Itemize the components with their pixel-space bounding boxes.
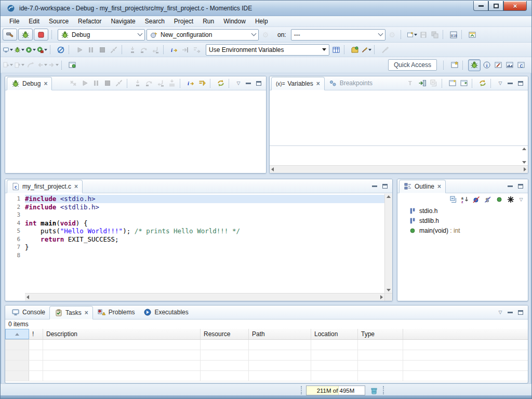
- minimize-view-icon[interactable]: [372, 185, 377, 187]
- menu-run[interactable]: Run: [198, 17, 219, 26]
- profile-green-icon[interactable]: [37, 45, 47, 55]
- memory-perspective-icon[interactable]: [504, 60, 515, 70]
- next-annotation-icon[interactable]: [3, 60, 13, 70]
- tab-breakpoints[interactable]: Breakpoints: [325, 76, 377, 90]
- instruction-stepping-icon[interactable]: i: [169, 45, 179, 55]
- menu-search[interactable]: Search: [140, 17, 169, 26]
- binary-editor-icon[interactable]: 010: [448, 30, 459, 39]
- terminate-red-icon[interactable]: [34, 29, 48, 41]
- hide-inactive-icon[interactable]: [506, 195, 516, 205]
- editor-vscrollbar[interactable]: [384, 194, 392, 293]
- variables-hscrollbar[interactable]: [270, 165, 528, 173]
- console-window-icon[interactable]: [3, 45, 13, 55]
- column-header-sort[interactable]: [5, 329, 29, 339]
- table-row[interactable]: [5, 371, 528, 381]
- remove-terminated-icon[interactable]: [68, 78, 78, 88]
- suspend-icon[interactable]: [86, 45, 96, 55]
- column-header-type[interactable]: Type: [358, 329, 403, 339]
- last-edit-icon[interactable]: [25, 60, 36, 70]
- close-button[interactable]: ×: [503, 1, 527, 11]
- minimize-view-icon[interactable]: [508, 312, 513, 313]
- skip-breakpoints-icon[interactable]: [56, 45, 66, 55]
- close-tab-icon[interactable]: ×: [85, 309, 88, 316]
- instruction-stepping-icon[interactable]: i: [185, 78, 196, 88]
- step-over-icon[interactable]: [144, 78, 154, 88]
- table-row[interactable]: [5, 361, 528, 371]
- quick-access-field[interactable]: Quick Access: [388, 59, 437, 71]
- run-green-icon[interactable]: [25, 45, 36, 55]
- debug-view-content[interactable]: [5, 91, 266, 173]
- add-globals-icon[interactable]: [417, 78, 428, 88]
- tab-executables[interactable]: Executables: [139, 305, 192, 319]
- step-into-icon[interactable]: [127, 45, 138, 55]
- open-perspective-icon[interactable]: [449, 60, 460, 70]
- move-to-line-icon[interactable]: [180, 45, 191, 55]
- terminate-icon[interactable]: [102, 78, 113, 88]
- step-filters-icon[interactable]: [197, 78, 207, 88]
- resume-at-line-icon[interactable]: [192, 45, 202, 55]
- table-row[interactable]: [5, 340, 528, 350]
- search-brush-icon[interactable]: [361, 45, 371, 55]
- maximize-view-icon[interactable]: [518, 81, 523, 86]
- minimize-view-icon[interactable]: [508, 185, 513, 187]
- resume-icon[interactable]: [79, 78, 90, 88]
- code-editor[interactable]: 1#include <stdio.h>2#include <stdlib.h>3…: [5, 194, 384, 293]
- variables-tree[interactable]: [270, 91, 528, 145]
- code-line-7[interactable]: 7}: [5, 243, 384, 251]
- maximize-button[interactable]: [488, 1, 503, 11]
- minimize-button[interactable]: [473, 1, 488, 11]
- maximize-view-icon[interactable]: [256, 81, 261, 86]
- run-garbage-collector-button[interactable]: [368, 385, 380, 395]
- maximize-view-icon[interactable]: [518, 310, 523, 315]
- maximize-view-icon[interactable]: [518, 184, 523, 189]
- pin-view-icon[interactable]: [459, 78, 469, 88]
- scroll-right-icon[interactable]: [380, 295, 383, 299]
- menu-navigate[interactable]: Navigate: [106, 17, 140, 26]
- table-view-icon[interactable]: [331, 45, 341, 55]
- view-menu-icon[interactable]: ▽: [496, 81, 504, 86]
- close-tab-icon[interactable]: ×: [316, 80, 320, 87]
- tab-outline[interactable]: Outline ×: [399, 180, 446, 193]
- close-tab-icon[interactable]: ×: [437, 183, 441, 190]
- menu-edit[interactable]: Edit: [24, 17, 44, 26]
- column-header-resource[interactable]: Resource: [201, 329, 249, 339]
- drop-to-frame-icon[interactable]: [167, 78, 177, 88]
- menu-source[interactable]: Source: [44, 17, 73, 26]
- minimize-view-icon[interactable]: [246, 83, 251, 84]
- maximize-view-icon[interactable]: [382, 184, 388, 189]
- build-hammer-icon[interactable]: [3, 29, 17, 41]
- editor-hscrollbar[interactable]: [25, 293, 384, 301]
- step-over-icon[interactable]: [139, 45, 149, 55]
- format-icon[interactable]: [380, 45, 390, 55]
- scroll-down-icon[interactable]: [522, 161, 526, 164]
- show-type-names-icon[interactable]: T: [406, 78, 416, 88]
- view-menu-icon[interactable]: ▽: [234, 81, 243, 86]
- title-bar[interactable]: ide-7.0-workspace - Debug - my_first_pro…: [1, 1, 531, 16]
- outline-item-stdlib-h[interactable]: stdlib.h: [397, 216, 528, 225]
- debug-bug-icon[interactable]: [18, 29, 33, 41]
- tasks-table-body[interactable]: [5, 340, 528, 381]
- view-menu-icon[interactable]: ▽: [496, 310, 504, 315]
- environment-combo[interactable]: Use Environment Variables: [206, 44, 329, 56]
- menu-file[interactable]: File: [5, 17, 24, 26]
- sort-az-icon[interactable]: az: [460, 195, 470, 205]
- c-perspective-icon[interactable]: C: [516, 60, 526, 70]
- terminate-icon[interactable]: [97, 45, 108, 55]
- view-menu-icon[interactable]: ▽: [517, 197, 525, 202]
- menu-project[interactable]: Project: [169, 17, 198, 26]
- debug-perspective-icon[interactable]: [468, 59, 481, 71]
- step-return-icon[interactable]: [150, 45, 161, 55]
- prev-annotation-icon[interactable]: [14, 60, 24, 70]
- heap-status-gauge[interactable]: 211M of 495M: [306, 385, 365, 395]
- launch-config-combo[interactable]: New_configuration: [147, 29, 259, 41]
- scroll-left-icon[interactable]: [26, 295, 29, 299]
- scroll-up-icon[interactable]: [522, 148, 526, 150]
- link-with-editor-icon[interactable]: [467, 30, 477, 39]
- code-line-5[interactable]: 5 puts("Hello World!!!"); /* prints Hell…: [5, 227, 384, 235]
- scroll-right-icon[interactable]: [524, 167, 526, 171]
- restart-icon[interactable]: [216, 78, 226, 88]
- menu-help[interactable]: Help: [250, 17, 273, 26]
- outline-item-main-void-[interactable]: main(void) : int: [397, 225, 528, 235]
- new-console-icon[interactable]: [407, 30, 417, 39]
- menu-window[interactable]: Window: [219, 17, 250, 26]
